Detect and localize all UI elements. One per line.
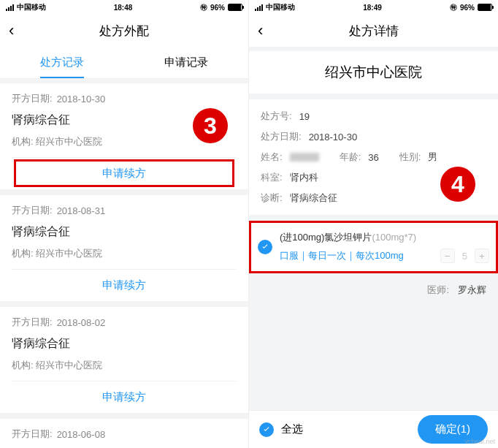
watermark: vcbeat.net [464,438,495,445]
tabs: 处方记录 申请记录 [0,47,248,79]
record-card: 开方日期:2018-08-02肾病综合征机构: 绍兴市中心医院申请续方 [0,307,248,413]
hospital-name: 绍兴市中心医院 [249,51,498,94]
record-card: 开方日期:2018-06-08肾病综合征机构: 绍兴市中心医院申请续方 [0,419,248,448]
tab-records[interactable]: 处方记录 [0,47,124,78]
page-title: 处方详情 [249,23,498,39]
record-card: 开方日期:2018-08-31肾病综合征机构: 绍兴市中心医院申请续方 [0,195,248,301]
apply-renewal-button[interactable]: 申请续方 [12,157,237,189]
nav-bar: ‹ 处方详情 [249,15,498,47]
battery-icon [478,4,492,11]
apply-renewal-button[interactable]: 申请续方 [12,269,237,301]
qty-plus-button[interactable]: + [475,248,489,263]
select-all-checkbox[interactable] [259,422,274,437]
battery-pct: 96% [460,4,475,12]
back-icon[interactable]: ‹ [9,21,14,40]
battery-pct: 96% [210,4,225,12]
record-diagnosis: 肾病综合征 [12,336,237,352]
record-date: 开方日期:2018-06-08 [12,428,237,441]
record-org: 机构: 绍兴市中心医院 [12,247,237,260]
patient-age: 36 [368,152,378,163]
rx-number: 19 [299,111,310,122]
carrier: 中国移动 [17,2,46,12]
record-org: 机构: 绍兴市中心医院 [12,359,237,372]
med-name: (进100mg)氯沙坦钾片(100mg*7) [280,231,489,244]
doctor-name: 罗永辉 [458,284,486,295]
patient-name-redacted [290,153,319,162]
qty-minus-button[interactable]: − [440,248,455,263]
department: 肾内科 [290,171,318,184]
apply-renewal-button[interactable]: 申请续方 [12,381,237,413]
record-diagnosis: 肾病综合征 [12,224,237,240]
quantity-stepper: − 5 + [440,248,489,263]
patient-sex: 男 [428,151,437,164]
nav-bar: ‹ 处方外配 [0,15,248,47]
status-bar: 中国移动 18:49 ㊕96% [249,0,498,15]
rx-date: 2018-10-30 [309,132,358,143]
select-all[interactable]: 全选 [259,422,303,437]
bottom-bar: 全选 确定(1) [249,410,498,448]
back-icon[interactable]: ‹ [258,21,263,40]
carrier: 中国移动 [266,2,295,12]
diagnosis: 肾病综合征 [290,191,337,205]
page-title: 处方外配 [0,23,248,39]
phone-left: 中国移动 18:48 ㊕96% ‹ 处方外配 处方记录 申请记录 开方日期:20… [0,0,249,448]
battery-icon [228,4,242,11]
tab-apply[interactable]: 申请记录 [124,47,248,78]
status-time: 18:49 [363,4,382,12]
signal-icon [255,4,263,11]
record-date: 开方日期:2018-08-02 [12,316,237,329]
status-time: 18:48 [114,4,133,12]
phone-right: 中国移动 18:49 ㊕96% ‹ 处方详情 绍兴市中心医院 处方号:19 处方… [249,0,498,448]
med-dose: 口服｜每日一次｜每次100mg [280,249,404,262]
step-badge-3: 3 [193,108,228,143]
signal-icon [6,4,14,11]
med-checkbox[interactable] [258,240,272,254]
doctor-row: 医师:罗永辉 [249,273,498,307]
status-bar: 中国移动 18:48 ㊕96% [0,0,248,15]
medication-item: (进100mg)氯沙坦钾片(100mg*7) 口服｜每日一次｜每次100mg −… [249,221,498,273]
record-date: 开方日期:2018-08-31 [12,204,237,217]
qty-value: 5 [462,251,467,262]
step-badge-4: 4 [440,167,475,202]
record-date: 开方日期:2018-10-30 [12,92,237,105]
